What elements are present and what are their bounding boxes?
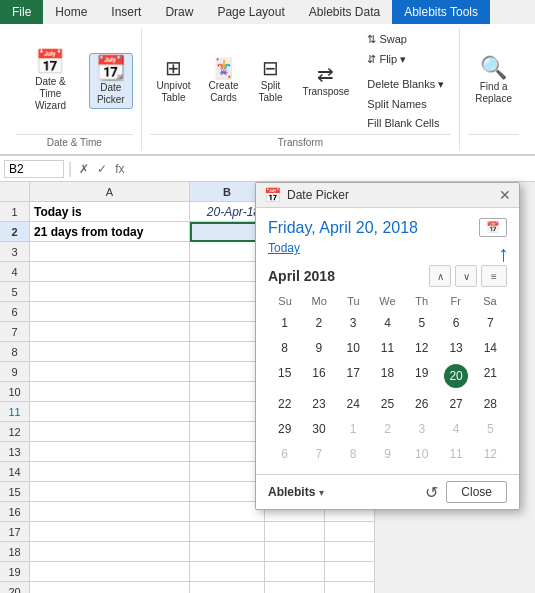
tab-page-layout[interactable]: Page Layout — [205, 0, 296, 24]
cell-b19[interactable] — [190, 562, 265, 582]
cell-a9[interactable] — [30, 362, 190, 382]
cell-reference-input[interactable] — [4, 160, 64, 178]
calendar-day[interactable]: 3 — [337, 311, 370, 335]
calendar-day[interactable]: 10 — [337, 336, 370, 360]
find-replace-button[interactable]: 🔍 Find aReplace — [468, 54, 519, 108]
calendar-day[interactable]: 8 — [268, 336, 301, 360]
cell-b14[interactable] — [190, 462, 265, 482]
calendar-day[interactable]: 7 — [474, 311, 507, 335]
cell-b8[interactable] — [190, 342, 265, 362]
confirm-formula-button[interactable]: ✓ — [94, 162, 110, 176]
cell-b4[interactable] — [190, 262, 265, 282]
datepicker-close-button[interactable]: Close — [446, 481, 507, 503]
create-cards-button[interactable]: 🃏 CreateCards — [201, 55, 245, 107]
calendar-day[interactable]: 29 — [268, 417, 301, 441]
calendar-day[interactable]: 4 — [371, 311, 404, 335]
next-month-button[interactable]: ∨ — [455, 265, 477, 287]
cell-a14[interactable] — [30, 462, 190, 482]
cell-a15[interactable] — [30, 482, 190, 502]
prev-month-button[interactable]: ∧ — [429, 265, 451, 287]
calendar-day[interactable]: 18 — [371, 361, 404, 391]
datepicker-close-x-button[interactable]: ✕ — [499, 187, 511, 203]
cell-b15[interactable] — [190, 482, 265, 502]
tab-draw[interactable]: Draw — [153, 0, 205, 24]
calendar-day-other[interactable]: 10 — [405, 442, 438, 466]
split-names-button[interactable]: Split Names — [360, 95, 451, 113]
calendar-day[interactable]: 17 — [337, 361, 370, 391]
cell-b7[interactable] — [190, 322, 265, 342]
calendar-day[interactable]: 27 — [439, 392, 472, 416]
cell-a1[interactable]: Today is — [30, 202, 190, 222]
calendar-day[interactable]: 21 — [474, 361, 507, 391]
cell-b3[interactable] — [190, 242, 265, 262]
cell-d20[interactable] — [325, 582, 375, 593]
cell-d18[interactable] — [325, 542, 375, 562]
tab-ablebits-data[interactable]: Ablebits Data — [297, 0, 392, 24]
date-time-wizard-button[interactable]: 📅 Date &Time Wizard — [16, 47, 85, 115]
cell-b12[interactable] — [190, 422, 265, 442]
cell-b10[interactable] — [190, 382, 265, 402]
cell-a7[interactable] — [30, 322, 190, 342]
cell-d17[interactable] — [325, 522, 375, 542]
cell-a4[interactable] — [30, 262, 190, 282]
cell-b2[interactable] — [190, 222, 265, 242]
calendar-day-other[interactable]: 9 — [371, 442, 404, 466]
calendar-day[interactable]: 25 — [371, 392, 404, 416]
cell-a18[interactable] — [30, 542, 190, 562]
cell-a5[interactable] — [30, 282, 190, 302]
cell-c19[interactable] — [265, 562, 325, 582]
cell-a17[interactable] — [30, 522, 190, 542]
calendar-day-other[interactable]: 7 — [302, 442, 335, 466]
formula-input[interactable] — [132, 161, 532, 177]
cell-d19[interactable] — [325, 562, 375, 582]
calendar-day[interactable]: 28 — [474, 392, 507, 416]
calendar-day-selected[interactable]: 20 — [439, 361, 472, 391]
tab-ablebits-tools[interactable]: Ablebits Tools — [392, 0, 490, 24]
calendar-day[interactable]: 26 — [405, 392, 438, 416]
cell-a19[interactable] — [30, 562, 190, 582]
flip-button[interactable]: ⇵ Flip ▾ — [360, 50, 451, 69]
calendar-day-other[interactable]: 6 — [268, 442, 301, 466]
calendar-day[interactable]: 5 — [405, 311, 438, 335]
calendar-day[interactable]: 14 — [474, 336, 507, 360]
tab-file[interactable]: File — [0, 0, 43, 24]
transpose-button[interactable]: ⇄ Transpose — [295, 61, 356, 101]
cell-b16[interactable] — [190, 502, 265, 522]
cell-b11[interactable] — [190, 402, 265, 422]
unpivot-table-button[interactable]: ⊞ UnpivotTable — [150, 55, 198, 107]
cell-b5[interactable] — [190, 282, 265, 302]
calendar-day-other[interactable]: 1 — [337, 417, 370, 441]
calendar-day[interactable]: 6 — [439, 311, 472, 335]
cell-a3[interactable] — [30, 242, 190, 262]
cell-c20[interactable] — [265, 582, 325, 593]
calendar-day[interactable]: 12 — [405, 336, 438, 360]
calendar-day[interactable]: 23 — [302, 392, 335, 416]
cell-a8[interactable] — [30, 342, 190, 362]
swap-button[interactable]: ⇅ Swap — [360, 30, 451, 49]
fill-blank-cells-button[interactable]: Fill Blank Cells — [360, 114, 451, 132]
cell-a10[interactable] — [30, 382, 190, 402]
calendar-day[interactable]: 30 — [302, 417, 335, 441]
calendar-day-other[interactable]: 12 — [474, 442, 507, 466]
cell-a11[interactable] — [30, 402, 190, 422]
calendar-day[interactable]: 11 — [371, 336, 404, 360]
cell-a16[interactable] — [30, 502, 190, 522]
cell-b18[interactable] — [190, 542, 265, 562]
datepicker-calendar-toggle-button[interactable]: 📅 — [479, 218, 507, 237]
cell-a20[interactable] — [30, 582, 190, 593]
cell-c17[interactable] — [265, 522, 325, 542]
calendar-day[interactable]: 24 — [337, 392, 370, 416]
cell-c18[interactable] — [265, 542, 325, 562]
cell-a6[interactable] — [30, 302, 190, 322]
calendar-day[interactable]: 19 — [405, 361, 438, 391]
cell-a2[interactable]: 21 days from today — [30, 222, 190, 242]
calendar-day-other[interactable]: 8 — [337, 442, 370, 466]
cell-b6[interactable] — [190, 302, 265, 322]
calendar-day-other[interactable]: 11 — [439, 442, 472, 466]
calendar-day-other[interactable]: 3 — [405, 417, 438, 441]
cell-b9[interactable] — [190, 362, 265, 382]
calendar-day[interactable]: 15 — [268, 361, 301, 391]
calendar-day[interactable]: 2 — [302, 311, 335, 335]
tab-home[interactable]: Home — [43, 0, 99, 24]
calendar-day-other[interactable]: 4 — [439, 417, 472, 441]
